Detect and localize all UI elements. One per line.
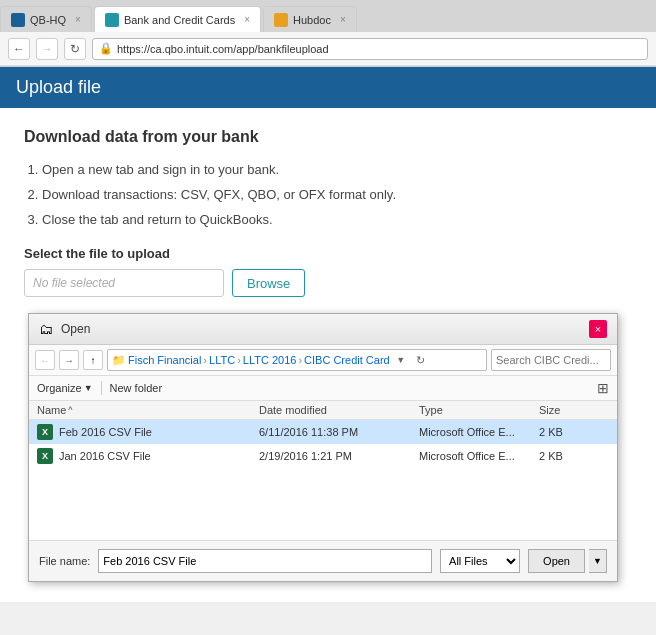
- tab-hubdoc-close[interactable]: ×: [340, 14, 346, 25]
- col-size[interactable]: Size: [539, 404, 609, 416]
- filetype-dropdown[interactable]: All Files: [440, 549, 520, 573]
- tab-hubdoc[interactable]: Hubdoc ×: [263, 6, 357, 32]
- forward-button[interactable]: →: [36, 38, 58, 60]
- refresh-button[interactable]: ↻: [64, 38, 86, 60]
- instruction-2: Download transactions: CSV, QFX, QBO, or…: [42, 185, 632, 206]
- footer-buttons: Open ▼: [528, 549, 607, 573]
- breadcrumb-lltc[interactable]: LLTC: [209, 354, 235, 366]
- upload-label: Select the file to upload: [24, 246, 632, 261]
- file-list: X Feb 2016 CSV File 6/11/2016 11:38 PM M…: [29, 420, 617, 540]
- dialog-titlebar: 🗂 Open ×: [29, 314, 617, 345]
- organize-chevron: ▼: [84, 383, 93, 393]
- file-type-1: Microsoft Office E...: [419, 424, 539, 440]
- page-content: Download data from your bank Open a new …: [0, 108, 656, 602]
- col-name[interactable]: Name ^: [37, 404, 259, 416]
- dialog-toolbar: Organize ▼ New folder ⊞: [29, 376, 617, 401]
- tab-bank-close[interactable]: ×: [244, 14, 250, 25]
- col-type[interactable]: Type: [419, 404, 539, 416]
- tab-hubdoc-label: Hubdoc: [293, 14, 331, 26]
- breadcrumb-fisch[interactable]: Fisch Financial: [128, 354, 201, 366]
- table-row[interactable]: X Jan 2016 CSV File 2/19/2016 1:21 PM Mi…: [29, 444, 617, 468]
- instructions: Open a new tab and sign in to your bank.…: [24, 160, 632, 230]
- breadcrumb-sep1: ›: [203, 354, 207, 366]
- tab-bank-favicon: [105, 13, 119, 27]
- page-header-title: Upload file: [16, 77, 101, 97]
- file-name-1: X Feb 2016 CSV File: [37, 424, 259, 440]
- url-text: https://ca.qbo.intuit.com/app/bankfileup…: [117, 43, 329, 55]
- col-date[interactable]: Date modified: [259, 404, 419, 416]
- file-type-2: Microsoft Office E...: [419, 448, 539, 464]
- dialog-favicon: 🗂: [39, 321, 53, 337]
- tab-bank[interactable]: Bank and Credit Cards ×: [94, 6, 261, 32]
- toolbar-divider: [101, 381, 102, 395]
- open-dropdown-button[interactable]: ▼: [589, 549, 607, 573]
- excel-icon-2: X: [37, 448, 53, 464]
- new-folder-button[interactable]: New folder: [110, 382, 163, 394]
- dialog-forward-button[interactable]: →: [59, 350, 79, 370]
- dialog-up-button[interactable]: ↑: [83, 350, 103, 370]
- excel-icon-1: X: [37, 424, 53, 440]
- view-icon[interactable]: ⊞: [597, 380, 609, 396]
- tab-qb-label: QB-HQ: [30, 14, 66, 26]
- filename-input[interactable]: [98, 549, 432, 573]
- breadcrumb-refresh[interactable]: ↻: [412, 351, 430, 369]
- breadcrumb-sep3: ›: [298, 354, 302, 366]
- dialog-close-button[interactable]: ×: [589, 320, 607, 338]
- file-date-2: 2/19/2016 1:21 PM: [259, 448, 419, 464]
- sort-icon: ^: [68, 405, 72, 415]
- lock-icon: 🔒: [99, 42, 113, 55]
- page-title: Download data from your bank: [24, 128, 632, 146]
- organize-button[interactable]: Organize ▼: [37, 382, 93, 394]
- tab-bank-label: Bank and Credit Cards: [124, 14, 235, 26]
- tab-qb[interactable]: QB-HQ ×: [0, 6, 92, 32]
- file-date-1: 6/11/2016 11:38 PM: [259, 424, 419, 440]
- page-header: Upload file: [0, 67, 656, 108]
- instruction-1: Open a new tab and sign in to your bank.: [42, 160, 632, 181]
- breadcrumb-cibc[interactable]: CIBC Credit Card: [304, 354, 390, 366]
- file-size-1: 2 KB: [539, 424, 609, 440]
- tab-hubdoc-favicon: [274, 13, 288, 27]
- breadcrumb-lltc2016[interactable]: LLTC 2016: [243, 354, 297, 366]
- search-input[interactable]: [491, 349, 611, 371]
- filename-label: File name:: [39, 555, 90, 567]
- tab-qb-favicon: [11, 13, 25, 27]
- breadcrumb-dropdown[interactable]: ▼: [392, 351, 410, 369]
- dialog-nav: ← → ↑ 📁 Fisch Financial › LLTC › LLTC 20…: [29, 345, 617, 376]
- dialog-back-button[interactable]: ←: [35, 350, 55, 370]
- file-input-display: No file selected: [24, 269, 224, 297]
- file-size-2: 2 KB: [539, 448, 609, 464]
- instruction-3: Close the tab and return to QuickBooks.: [42, 210, 632, 231]
- browser-chrome: QB-HQ × Bank and Credit Cards × Hubdoc ×…: [0, 0, 656, 67]
- tab-qb-close[interactable]: ×: [75, 14, 81, 25]
- file-input-placeholder: No file selected: [33, 276, 115, 290]
- table-row[interactable]: X Feb 2016 CSV File 6/11/2016 11:38 PM M…: [29, 420, 617, 444]
- upload-row: No file selected Browse: [24, 269, 632, 297]
- nav-bar: ← → ↻ 🔒 https://ca.qbo.intuit.com/app/ba…: [0, 32, 656, 66]
- back-button[interactable]: ←: [8, 38, 30, 60]
- address-bar[interactable]: 🔒 https://ca.qbo.intuit.com/app/bankfile…: [92, 38, 648, 60]
- upload-section: Select the file to upload No file select…: [24, 246, 632, 297]
- breadcrumb-sep2: ›: [237, 354, 241, 366]
- dialog-title: Open: [61, 322, 581, 336]
- organize-label: Organize: [37, 382, 82, 394]
- breadcrumb-folder-icon: 📁: [112, 354, 126, 367]
- file-dialog: 🗂 Open × ← → ↑ 📁 Fisch Financial › LLTC …: [28, 313, 618, 582]
- file-list-header: Name ^ Date modified Type Size: [29, 401, 617, 420]
- browse-button[interactable]: Browse: [232, 269, 305, 297]
- breadcrumb-bar: 📁 Fisch Financial › LLTC › LLTC 2016 › C…: [107, 349, 487, 371]
- dialog-footer: File name: All Files Open ▼: [29, 540, 617, 581]
- tab-bar: QB-HQ × Bank and Credit Cards × Hubdoc ×: [0, 0, 656, 32]
- open-button[interactable]: Open: [528, 549, 585, 573]
- file-name-2: X Jan 2016 CSV File: [37, 448, 259, 464]
